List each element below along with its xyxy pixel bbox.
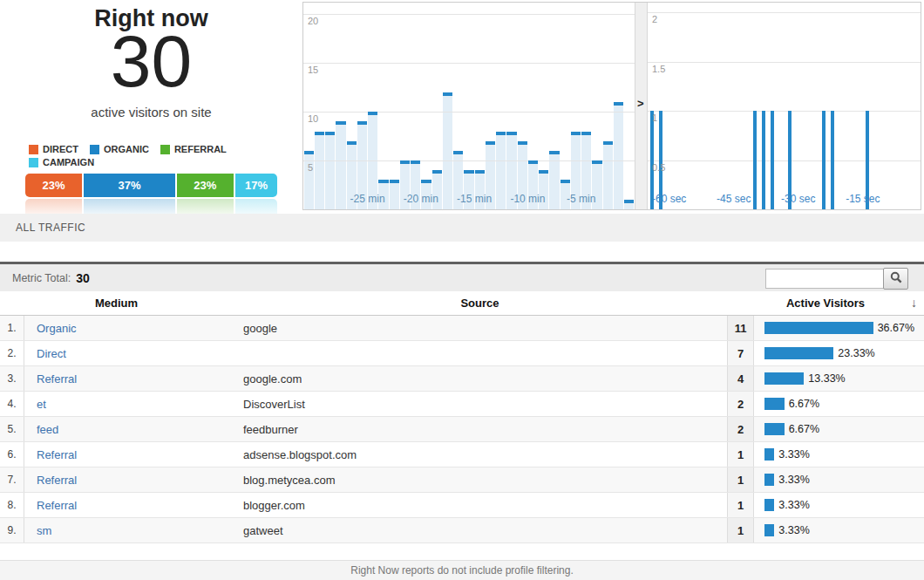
table-row: 3.Referralgoogle.com413.33%	[0, 366, 924, 392]
active-visitors-count: 30	[0, 21, 302, 101]
column-header-active-visitors[interactable]: Active Visitors	[727, 297, 924, 310]
minute-bar	[614, 106, 623, 209]
legend-label: ORGANIC	[104, 144, 149, 154]
search-input[interactable]	[765, 269, 884, 289]
search-button[interactable]	[883, 268, 908, 290]
legend-label: DIRECT	[43, 144, 78, 154]
row-rank: 1.	[0, 316, 24, 340]
column-header-medium[interactable]: Medium	[0, 297, 233, 310]
segment-percent-label: 23%	[43, 179, 65, 192]
table-row: 4.etDiscoverList26.67%	[0, 392, 924, 417]
visitors-percent-label: 13.33%	[808, 372, 845, 385]
legend-item-referral: REFERRAL	[160, 144, 227, 154]
y-axis-tick-label: 2	[652, 14, 657, 24]
visitors-count-cell: 1	[727, 518, 754, 542]
traffic-table: Metric Total: 30 Medium Source Active Vi…	[0, 262, 924, 543]
table-row: 2.Direct723.33%	[0, 341, 924, 366]
minute-bar-cap	[304, 151, 314, 154]
minute-bar	[336, 125, 345, 209]
table-row: 1.Organicgoogle1136.67%	[0, 316, 924, 341]
minute-bar-cap	[571, 132, 581, 135]
medium-link[interactable]: Referral	[37, 474, 77, 487]
row-rank: 7.	[0, 467, 24, 492]
visitors-bar-cell: 3.33%	[754, 442, 924, 467]
minute-bar	[496, 135, 506, 209]
minute-bar-cap	[506, 132, 516, 135]
visitors-percent-label: 3.33%	[778, 448, 809, 461]
footer-note-bar: Right Now reports do not include profile…	[0, 560, 924, 580]
visitors-count-cell: 1	[727, 493, 754, 517]
minute-bar-cap	[400, 160, 410, 164]
minute-bar-cap	[603, 141, 613, 145]
medium-cell: et	[24, 392, 233, 416]
legend-item-direct: DIRECT	[29, 144, 78, 154]
column-header-source[interactable]: Source	[233, 297, 727, 310]
search-icon	[890, 271, 902, 287]
minute-bar	[315, 135, 324, 209]
y-axis-tick-label: 5	[308, 162, 313, 173]
visitors-bar-cell: 6.67%	[754, 392, 924, 416]
y-axis-tick-label: 0.5	[652, 162, 665, 173]
legend-swatch-icon	[90, 145, 99, 154]
minute-bar-cap	[539, 170, 548, 174]
visitors-bar	[764, 499, 774, 511]
row-rank: 9.	[0, 518, 24, 542]
traffic-split-bar: 23%37%23%17%	[25, 174, 277, 197]
minute-bar-cap	[347, 141, 357, 145]
medium-link[interactable]: feed	[37, 423, 58, 436]
all-traffic-label: ALL TRAFFIC	[16, 222, 85, 234]
table-row: 7.Referralblog.metycea.com13.33%	[0, 467, 924, 493]
visitors-bar	[764, 448, 774, 461]
visitors-bar-cell: 23.33%	[754, 341, 924, 365]
segment-percent-label: 23%	[194, 179, 216, 192]
visitors-count-cell: 7	[727, 341, 754, 365]
visitors-percent-label: 3.33%	[778, 524, 809, 536]
medium-link[interactable]: Organic	[37, 322, 77, 335]
x-axis-tick-label: -10 min	[510, 193, 545, 205]
medium-link[interactable]: sm	[37, 524, 51, 537]
minute-bar-cap	[315, 132, 324, 135]
minute-bar-cap	[368, 112, 377, 115]
x-axis-tick-label: -30 sec	[781, 193, 815, 205]
second-bar	[822, 111, 825, 209]
realtime-dashboard: Right now 30 active visitors on site DIR…	[0, 0, 924, 580]
visitors-bar-cell: 3.33%	[754, 467, 924, 492]
visitors-bar	[764, 372, 804, 385]
medium-link[interactable]: Referral	[37, 372, 77, 386]
medium-link[interactable]: Referral	[37, 499, 77, 512]
medium-link[interactable]: Referral	[37, 448, 77, 461]
y-axis-tick-label: 1.5	[652, 64, 665, 74]
visitors-bar	[764, 398, 785, 410]
legend-swatch-icon	[29, 158, 38, 167]
minute-bar-cap	[592, 160, 601, 164]
visitors-bar-cell: 6.67%	[754, 417, 924, 441]
legend-item-organic: ORGANIC	[90, 144, 149, 154]
visitors-percent-label: 3.33%	[778, 499, 809, 511]
medium-link[interactable]: et	[37, 398, 46, 411]
x-axis-tick-label: -20 min	[404, 193, 438, 205]
sort-descending-icon[interactable]: ↓	[911, 296, 917, 310]
source-cell: blogger.com	[233, 493, 727, 517]
visitors-bar	[764, 347, 833, 359]
source-cell: adsense.blogspot.com	[233, 442, 727, 467]
visitors-percent-label: 3.33%	[778, 474, 809, 486]
source-cell: google	[233, 316, 727, 340]
x-axis-tick-label: -5 min	[567, 193, 595, 205]
minute-bar-cap	[624, 200, 634, 203]
minute-bar-cap	[390, 180, 399, 183]
chevron-right-icon: >	[637, 97, 644, 110]
chart-collapse-handle[interactable]: >	[635, 3, 648, 209]
minute-bar-cap	[486, 141, 495, 145]
visitors-percent-label: 6.67%	[789, 398, 819, 410]
gridline	[648, 62, 921, 63]
x-axis-tick-label: -45 sec	[717, 193, 751, 205]
second-bar	[831, 111, 834, 209]
table-body: 1.Organicgoogle1136.67%2.Direct723.33%3.…	[0, 316, 924, 543]
row-rank: 6.	[0, 442, 24, 467]
medium-link[interactable]: Direct	[37, 347, 66, 360]
minute-bar-cap	[475, 170, 485, 174]
visitors-bar-cell: 36.67%	[754, 316, 924, 340]
table-row: 8.Referralblogger.com13.33%	[0, 493, 924, 518]
minute-bar	[390, 183, 399, 209]
visitors-bar-cell: 3.33%	[754, 518, 924, 542]
